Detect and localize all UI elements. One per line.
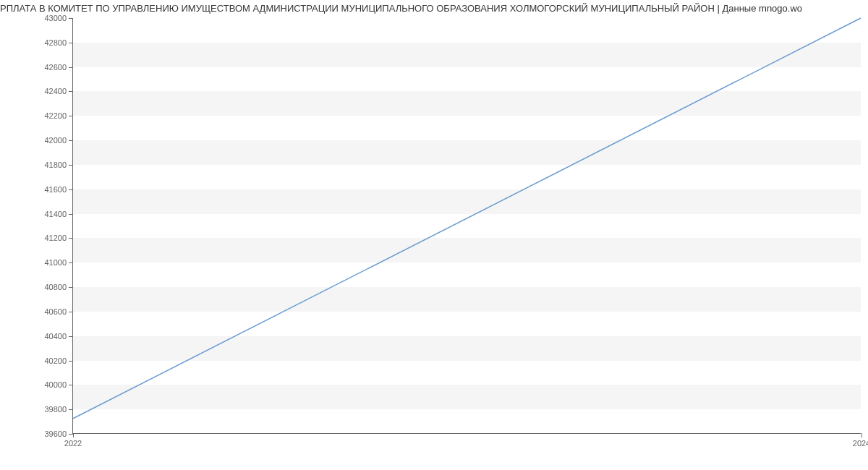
y-axis-label: 41400 bbox=[44, 210, 67, 218]
y-axis-label: 40400 bbox=[44, 332, 67, 341]
y-axis-label: 41600 bbox=[44, 185, 67, 194]
y-axis-label: 41000 bbox=[44, 258, 67, 267]
y-axis-label: 42000 bbox=[44, 136, 67, 145]
y-tick bbox=[69, 140, 73, 141]
data-line bbox=[73, 18, 861, 419]
x-axis-label: 2024 bbox=[853, 439, 868, 448]
y-axis-label: 40000 bbox=[44, 380, 67, 389]
plot-area: 3960039800400004020040400406004080041000… bbox=[72, 18, 861, 434]
y-tick bbox=[69, 214, 73, 215]
y-axis-label: 42400 bbox=[44, 87, 67, 95]
y-axis-label: 43000 bbox=[44, 14, 67, 22]
y-tick bbox=[69, 385, 73, 385]
y-axis-label: 42800 bbox=[44, 38, 67, 47]
y-axis-label: 39800 bbox=[44, 405, 67, 414]
y-tick bbox=[69, 312, 73, 312]
x-axis-label: 2022 bbox=[64, 439, 82, 448]
y-tick bbox=[69, 43, 73, 43]
y-axis-label: 41800 bbox=[44, 161, 67, 169]
y-axis-label: 40600 bbox=[44, 307, 67, 316]
y-axis-label: 39600 bbox=[44, 430, 67, 438]
y-tick bbox=[69, 91, 73, 92]
y-tick bbox=[69, 116, 73, 116]
y-tick bbox=[69, 67, 73, 68]
y-axis-label: 40800 bbox=[44, 283, 67, 291]
y-axis-label: 41200 bbox=[44, 234, 67, 242]
y-tick bbox=[69, 18, 73, 19]
chart-line bbox=[73, 18, 861, 433]
y-tick bbox=[69, 409, 73, 410]
y-axis-label: 42200 bbox=[44, 111, 67, 120]
y-tick bbox=[69, 361, 73, 362]
y-tick bbox=[69, 189, 73, 190]
chart-container: 3960039800400004020040400406004080041000… bbox=[36, 18, 861, 452]
y-tick bbox=[69, 262, 73, 263]
y-tick bbox=[69, 336, 73, 337]
y-tick bbox=[69, 238, 73, 239]
y-tick bbox=[69, 287, 73, 288]
x-tick bbox=[861, 433, 862, 437]
chart-title: РПЛАТА В КОМИТЕТ ПО УПРАВЛЕНИЮ ИМУЩЕСТВО… bbox=[0, 0, 868, 14]
x-tick bbox=[73, 433, 74, 437]
y-axis-label: 42600 bbox=[44, 63, 67, 72]
y-axis-label: 40200 bbox=[44, 356, 67, 365]
y-tick bbox=[69, 165, 73, 166]
